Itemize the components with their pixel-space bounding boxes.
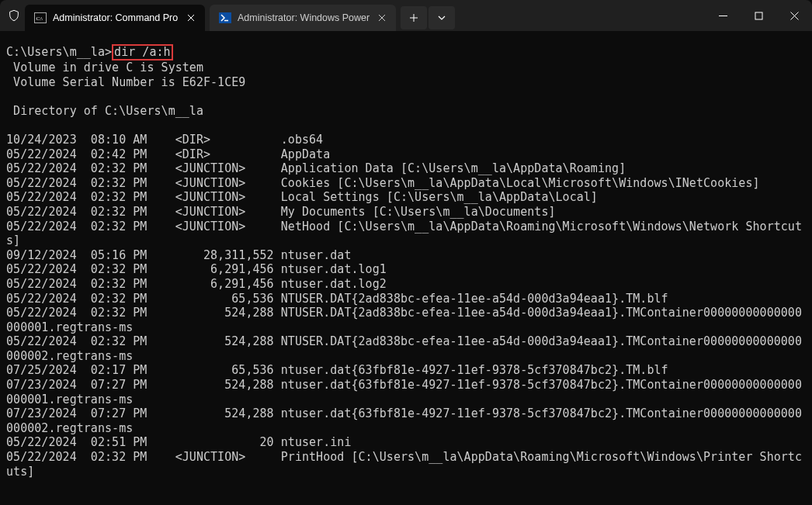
- close-icon[interactable]: [376, 12, 388, 24]
- close-window-button[interactable]: [776, 0, 812, 31]
- tab-label: Administrator: Command Pro: [53, 12, 179, 23]
- tab-dropdown-button[interactable]: [429, 6, 455, 29]
- tab-label: Administrator: Windows Power: [238, 12, 370, 23]
- prompt-path: C:\Users\m__la>: [6, 45, 112, 59]
- minimize-button[interactable]: [705, 0, 741, 31]
- svg-rect-11: [755, 12, 762, 19]
- command-highlight: dir /a:h: [112, 44, 173, 61]
- shield-icon: [8, 9, 20, 22]
- output-lines: Volume in drive C is System Volume Seria…: [6, 61, 806, 479]
- tab-powershell[interactable]: Administrator: Windows Power: [210, 5, 396, 31]
- powershell-icon: [219, 12, 231, 24]
- window-controls: [705, 0, 812, 31]
- tabs: C:\ Administrator: Command Pro Administr…: [20, 0, 456, 31]
- maximize-button[interactable]: [741, 0, 776, 31]
- cmd-icon: C:\: [34, 12, 47, 24]
- command-text: dir /a:h: [114, 45, 171, 59]
- titlebar-left: [0, 0, 20, 31]
- tab-cmd[interactable]: C:\ Administrator: Command Pro: [25, 5, 205, 31]
- close-icon[interactable]: [185, 12, 197, 24]
- tab-actions: [401, 5, 456, 31]
- titlebar: C:\ Administrator: Command Pro Administr…: [0, 0, 812, 31]
- svg-text:C:\: C:\: [36, 16, 43, 22]
- terminal-output[interactable]: C:\Users\m__la>dir /a:h Volume in drive …: [0, 31, 812, 485]
- new-tab-button[interactable]: [401, 6, 427, 29]
